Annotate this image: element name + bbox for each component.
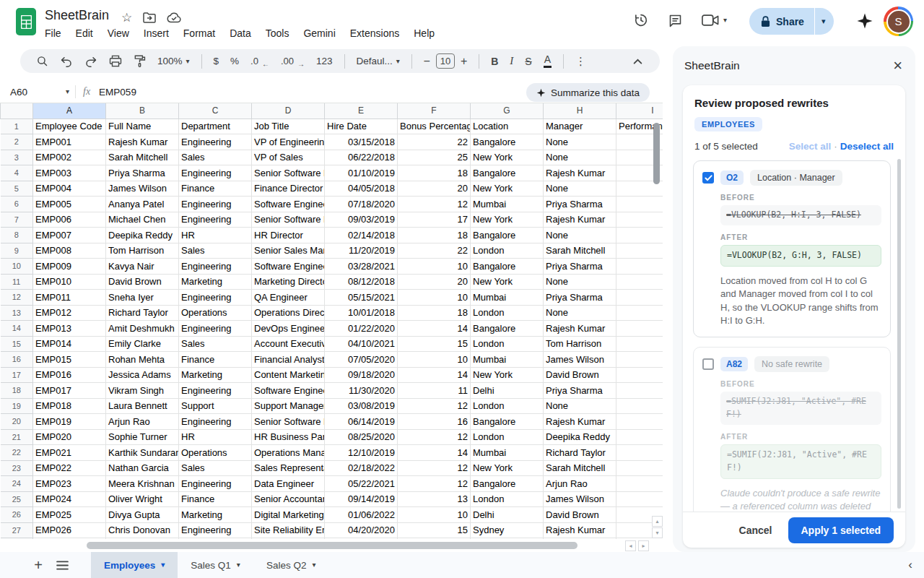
- cell[interactable]: [616, 445, 663, 461]
- collapse-toolbar-icon[interactable]: [627, 59, 648, 64]
- tab-employees[interactable]: Employees▾: [91, 552, 178, 578]
- font-select[interactable]: Defaul...▾: [351, 56, 406, 66]
- cell[interactable]: 09/03/2019: [325, 212, 398, 228]
- cell[interactable]: Marketing: [179, 507, 252, 523]
- grid-corner[interactable]: [1, 103, 33, 118]
- cell[interactable]: Operations Manager: [252, 445, 325, 461]
- cell[interactable]: New York: [471, 212, 544, 228]
- cell[interactable]: 10: [398, 290, 471, 306]
- cell[interactable]: EMP024: [33, 491, 106, 507]
- cell[interactable]: HR Business Partner: [252, 429, 325, 445]
- scroll-up-icon[interactable]: ▴: [652, 516, 663, 527]
- cell[interactable]: 08/25/2020: [325, 429, 398, 445]
- row-header-27[interactable]: 27: [1, 522, 33, 538]
- cell[interactable]: 05/22/2021: [325, 476, 398, 492]
- format-percent-button[interactable]: %: [225, 56, 245, 66]
- deselect-all-link[interactable]: Deselect all: [840, 141, 894, 152]
- cell[interactable]: 01/22/2020: [325, 321, 398, 337]
- cell[interactable]: EMP021: [33, 445, 106, 461]
- column-header-C[interactable]: C: [179, 103, 252, 118]
- cell[interactable]: Tom Harrison: [106, 243, 179, 259]
- cell[interactable]: Operations: [179, 445, 252, 461]
- cell[interactable]: EMP011: [33, 290, 106, 306]
- cell[interactable]: Operations Director: [252, 305, 325, 321]
- menu-view[interactable]: View: [100, 26, 136, 40]
- cell[interactable]: 04/10/2021: [325, 336, 398, 352]
- spreadsheet-grid[interactable]: ABCDEFGHI1Employee CodeFull NameDepartme…: [0, 103, 663, 539]
- cell[interactable]: EMP013: [33, 321, 106, 337]
- cell[interactable]: Marketing: [179, 367, 252, 383]
- cell[interactable]: Rajesh Kumar: [544, 414, 616, 430]
- cell[interactable]: Karthik Sundaram: [106, 445, 179, 461]
- column-header-D[interactable]: D: [252, 103, 325, 118]
- cell[interactable]: [616, 476, 663, 492]
- cell[interactable]: Priya Sharma: [544, 197, 616, 212]
- cell[interactable]: Jessica Adams: [106, 367, 179, 383]
- cell[interactable]: Delhi: [471, 507, 544, 523]
- redo-icon[interactable]: [79, 56, 103, 67]
- add-sheet-button[interactable]: +: [27, 552, 49, 578]
- cell[interactable]: Bangalore: [471, 414, 544, 430]
- cell[interactable]: [616, 352, 663, 368]
- cell[interactable]: 25: [398, 150, 471, 165]
- cell[interactable]: [616, 228, 663, 243]
- cell[interactable]: Oliver Wright: [106, 491, 179, 507]
- menu-help[interactable]: Help: [406, 26, 442, 40]
- close-panel-icon[interactable]: ×: [893, 58, 902, 74]
- cell[interactable]: Engineering: [179, 522, 252, 538]
- cell[interactable]: Bangalore: [471, 476, 544, 492]
- cell[interactable]: Site Reliability Engineer: [252, 522, 325, 538]
- cell[interactable]: James Wilson: [544, 352, 616, 368]
- camera-caret-icon[interactable]: ▾: [723, 17, 727, 24]
- panel-scrollbar[interactable]: [897, 159, 901, 509]
- cell[interactable]: Emily Clarke: [106, 336, 179, 352]
- cell[interactable]: Operations: [179, 305, 252, 321]
- cell[interactable]: Senior Software Engineer: [252, 165, 325, 181]
- cell[interactable]: Engineering: [179, 134, 252, 150]
- cell[interactable]: Ananya Patel: [106, 197, 179, 212]
- summarize-data-button[interactable]: Summarize this data: [526, 83, 650, 102]
- strikethrough-button[interactable]: S: [519, 56, 537, 67]
- column-header-H[interactable]: H: [544, 103, 616, 118]
- cell[interactable]: 12: [398, 429, 471, 445]
- cell[interactable]: 07/18/2020: [325, 197, 398, 212]
- column-header-I[interactable]: I: [616, 103, 663, 118]
- font-size-input[interactable]: 10: [436, 53, 455, 69]
- row-header-20[interactable]: 20: [1, 414, 33, 430]
- cell[interactable]: London: [471, 398, 544, 414]
- cell[interactable]: EMP012: [33, 305, 106, 321]
- cell[interactable]: New York: [471, 150, 544, 165]
- cell[interactable]: 12: [398, 460, 471, 476]
- menu-extensions[interactable]: Extensions: [343, 26, 406, 40]
- scroll-right-icon[interactable]: ▸: [638, 540, 649, 551]
- cell[interactable]: Account Executive: [252, 336, 325, 352]
- share-button[interactable]: Share ▾: [749, 8, 834, 35]
- cell[interactable]: 22: [398, 134, 471, 150]
- row-header-16[interactable]: 16: [1, 352, 33, 368]
- cell[interactable]: EMP016: [33, 367, 106, 383]
- cell[interactable]: Engineering: [179, 321, 252, 337]
- cell[interactable]: Bangalore: [471, 165, 544, 181]
- cell[interactable]: David Brown: [106, 274, 179, 290]
- cell[interactable]: Rohan Mehta: [106, 352, 179, 368]
- select-all-link[interactable]: Select all: [789, 141, 832, 152]
- cell[interactable]: 06/22/2018: [325, 150, 398, 165]
- cell[interactable]: Manager: [544, 118, 616, 134]
- cell[interactable]: Rajesh Kumar: [544, 522, 616, 538]
- column-header-A[interactable]: A: [33, 103, 106, 118]
- row-header-14[interactable]: 14: [1, 321, 33, 337]
- row-header-3[interactable]: 3: [1, 150, 33, 165]
- cell[interactable]: EMP023: [33, 476, 106, 492]
- cell[interactable]: Rajesh Kumar: [106, 134, 179, 150]
- sheets-logo-icon[interactable]: [16, 8, 36, 35]
- cell[interactable]: Engineering: [179, 290, 252, 306]
- cell[interactable]: EMP008: [33, 243, 106, 259]
- toolbar-more-icon[interactable]: ⋮: [570, 55, 592, 68]
- cell[interactable]: 09/18/2020: [325, 367, 398, 383]
- cell[interactable]: Bangalore: [471, 259, 544, 275]
- cell[interactable]: Chris Donovan: [106, 522, 179, 538]
- cell[interactable]: None: [544, 150, 616, 165]
- cell[interactable]: 08/12/2018: [325, 274, 398, 290]
- cell[interactable]: 09/14/2019: [325, 491, 398, 507]
- cell[interactable]: EMP017: [33, 383, 106, 399]
